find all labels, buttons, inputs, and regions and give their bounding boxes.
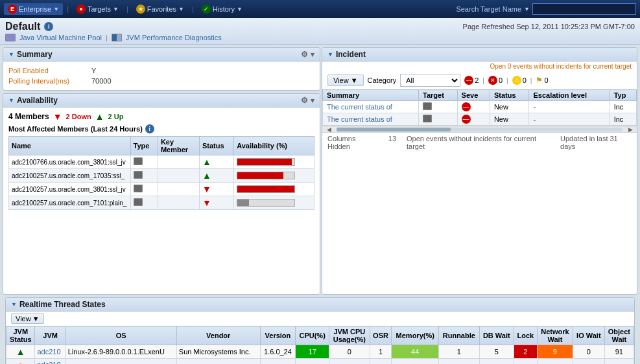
thread-cpu [296, 359, 329, 365]
inc-escalation: - [529, 113, 610, 126]
incident-open-info: Open 0 events without incidents for curr… [322, 62, 637, 71]
member-type [130, 169, 158, 183]
col-availability: Availability (%) [234, 137, 314, 155]
thread-status-up: ▲ [16, 347, 25, 357]
member-type [130, 183, 158, 196]
avail-bar [237, 199, 295, 207]
search-input[interactable] [532, 3, 636, 15]
summary-title: Summary [17, 50, 298, 59]
favorites-dropdown-arrow: ▼ [178, 6, 184, 12]
incident-collapse[interactable]: ▼ [327, 51, 333, 58]
page-links-row: Java Virtual Machine Pool | JVM Performa… [5, 34, 635, 41]
most-affected-label: Most Affected Members (Last 24 Hours) i [8, 124, 314, 133]
most-affected-info-icon[interactable]: i [145, 124, 154, 133]
scroll-right[interactable]: ▶ [624, 126, 637, 133]
critical-icon: — [464, 76, 473, 85]
right-panel: ▼ Incident Open 0 events without inciden… [322, 47, 637, 295]
availability-gear[interactable]: ⚙ [301, 96, 308, 105]
summary-collapse[interactable]: ▼ [8, 51, 14, 58]
member-key [158, 155, 199, 169]
category-select[interactable]: All Capacity Performance Availability Se… [400, 74, 460, 87]
summary-expand[interactable]: ▾ [311, 51, 314, 59]
refreshed-text: Page Refreshed Sep 12, 2011 10:25:23 PM … [463, 23, 635, 30]
columns-hidden-count: 13 [388, 135, 396, 150]
inc-col-escalation: Escalation level [529, 90, 610, 101]
member-type [130, 196, 158, 210]
col-key-member: KeyMember [158, 137, 199, 155]
table-row: adc2100257.us.oracle.com_17035:ssl_ ▲ [9, 169, 314, 183]
down-arrow-icon: ▼ [53, 111, 62, 122]
availability-panel: ▼ Availability ⚙ ▾ 4 Members ▼ 2 Down ▲ … [3, 93, 320, 295]
nav-favorites[interactable]: ★ Favorites ▼ [132, 3, 188, 15]
thread-jvm-status: ● [6, 359, 35, 365]
th-network-wait: NetworkWait [537, 326, 573, 345]
thread-vendor: Sun Microsystems Inc. [176, 345, 260, 359]
targets-dropdown-arrow: ▼ [113, 6, 119, 12]
col-type: Type [130, 137, 158, 155]
info-icon[interactable]: i [44, 22, 53, 31]
incident-table-container[interactable]: Summary Target Seve Status Escalation le… [322, 89, 637, 132]
thread-table-container[interactable]: JVMStatus JVM OS Vendor Version CPU(%) J… [6, 326, 634, 364]
thread-vendor [176, 359, 260, 365]
member-availability [234, 196, 314, 210]
summary-link[interactable]: The current status of [327, 103, 392, 111]
incident-view-button[interactable]: View ▼ [327, 74, 364, 86]
th-jvm-cpu: JVM CPUUsage(%) [329, 326, 370, 345]
enterprise-dropdown-arrow: ▼ [53, 6, 59, 12]
nav-sep3: | [192, 5, 194, 13]
thread-states-collapse[interactable]: ▼ [11, 301, 17, 308]
member-type [130, 155, 158, 169]
sev-fatal-badge: ✕ 0 [488, 76, 503, 85]
flag-icon: ⚑ [536, 76, 543, 85]
incident-table: Summary Target Seve Status Escalation le… [322, 89, 637, 126]
incident-controls: View ▼ Category All Capacity Performance… [322, 71, 637, 89]
thread-os: Linux-2.6.9-89.0.0.0.1.ELxenU [65, 345, 176, 359]
warning-icon: ⚠ [512, 76, 521, 85]
availability-expand[interactable]: ▾ [311, 97, 314, 105]
nav-targets[interactable]: ● Targets ▼ [73, 3, 123, 15]
th-jvm: JVM [35, 326, 65, 345]
sev-warning-badge: ⚠ 0 [512, 76, 527, 85]
sev-critical-badge: — 2 [464, 76, 479, 85]
thread-table: JVMStatus JVM OS Vendor Version CPU(%) J… [6, 326, 634, 364]
inc-col-target: Target [419, 90, 458, 101]
search-label: Search Target Name [456, 5, 521, 13]
jvm-pool-link[interactable]: Java Virtual Machine Pool [19, 34, 102, 41]
nav-history[interactable]: ✓ History ▼ [198, 3, 246, 15]
sev-warning-count: 0 [523, 76, 527, 84]
avail-bar-fill [237, 186, 294, 192]
thread-network-wait: 9 [537, 345, 573, 359]
incident-header: ▼ Incident [322, 48, 637, 62]
poll-interval-value: 70000 [91, 77, 112, 85]
thread-memory [392, 359, 439, 365]
down-count: 2 Down [66, 113, 91, 120]
targets-label: Targets [88, 5, 111, 13]
sev-flag-count: 0 [544, 76, 548, 84]
member-availability [234, 169, 314, 183]
inc-summary: The current status of [323, 113, 419, 126]
inc-col-summary: Summary [323, 90, 419, 101]
inc-target [419, 101, 458, 113]
nav-enterprise[interactable]: E Enterprise ▼ [4, 3, 63, 15]
jvm-perf-link[interactable]: JVM Performance Diagnostics [126, 34, 222, 41]
inc-type: Inc [610, 113, 636, 126]
status-down-icon: ▼ [202, 198, 211, 208]
scroll-left[interactable]: ◀ [322, 126, 335, 133]
summary-link[interactable]: The current status of [327, 115, 392, 123]
incident-view-label: View [333, 76, 349, 84]
open-events-footer: Open events without incidents for curren… [407, 135, 550, 150]
thread-io-wait [573, 359, 605, 365]
inc-col-type: Typ [610, 90, 636, 101]
search-area: Search Target Name ▼ [456, 3, 636, 15]
summary-gear[interactable]: ⚙ [301, 50, 308, 59]
status-up-icon: ▲ [202, 157, 211, 167]
incident-scrollbar[interactable]: ◀ ▶ [322, 126, 637, 132]
availability-collapse[interactable]: ▼ [8, 97, 14, 104]
availability-header: ▼ Availability ⚙ ▾ [3, 94, 320, 108]
nav-sep2: | [126, 5, 128, 13]
poll-enabled-label: Poll Enabled [8, 67, 86, 74]
sev-fatal-count: 0 [499, 76, 503, 84]
thread-states-header: ▼ Realtime Thread States [6, 298, 634, 312]
thread-view-button[interactable]: View ▼ [11, 313, 44, 324]
search-dropdown-arrow: ▼ [524, 6, 530, 12]
